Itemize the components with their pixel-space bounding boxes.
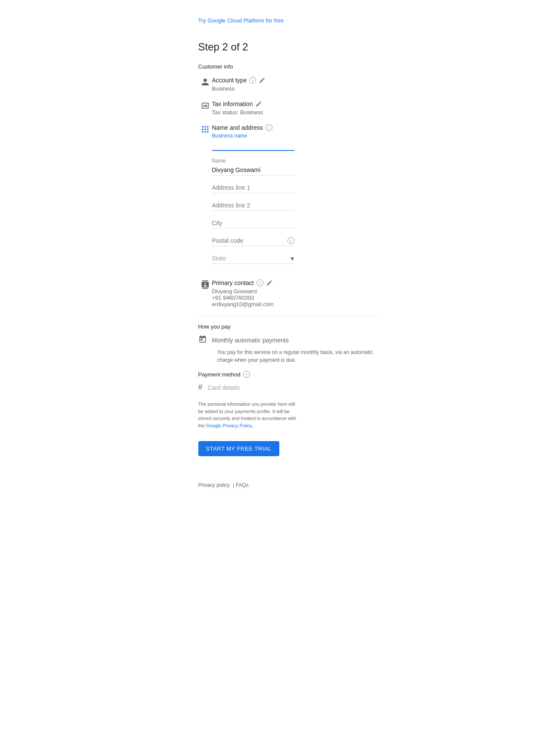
account-type-info-icon[interactable]: i <box>249 77 256 84</box>
account-type-label: Account type <box>212 77 247 84</box>
business-name-field: Business name <box>212 133 379 151</box>
start-trial-button[interactable]: START MY FREE TRIAL <box>198 441 279 456</box>
account-type-value: Business <box>212 85 379 92</box>
tax-information-value: Tax status: Business <box>212 109 379 116</box>
primary-contact-info-icon[interactable]: i <box>257 279 263 286</box>
card-details-row: # Card details <box>198 383 379 392</box>
name-and-address-header: Name and address i <box>212 124 379 131</box>
step-title: Step 2 of 2 <box>198 41 379 53</box>
payment-method-title: Monthly automatic payments <box>212 337 289 344</box>
privacy-note: The personal information you provide her… <box>198 401 297 429</box>
primary-contact-edit-button[interactable] <box>266 279 273 286</box>
primary-contact-phone: +91 9460780393 <box>212 295 379 301</box>
payment-method-row: Monthly automatic payments <box>198 335 379 345</box>
google-privacy-policy-link[interactable]: Google Privacy Policy <box>206 423 252 428</box>
footer-links: Privacy policy | FAQs <box>198 482 379 488</box>
primary-contact-label: Primary contact <box>212 279 254 286</box>
tax-information-label: Tax information <box>212 100 253 107</box>
tax-information-row: Tax information Tax status: Business <box>198 100 379 116</box>
primary-contact-icon <box>198 280 212 289</box>
card-details-placeholder: Card details <box>208 384 240 391</box>
state-dropdown-arrow-icon: ▾ <box>291 254 294 263</box>
postal-code-row: i <box>212 235 294 246</box>
tax-information-content: Tax information Tax status: Business <box>212 100 379 116</box>
payment-method-desc: You pay for this service on a regular mo… <box>217 348 379 364</box>
address-line1-input[interactable] <box>212 182 294 193</box>
primary-contact-header: Primary contact i <box>212 279 379 286</box>
address-line2-input[interactable] <box>212 200 294 211</box>
footer-separator: | <box>233 482 234 488</box>
payment-method-section: Payment method i # Card details <box>198 371 379 392</box>
payment-method-section-title: Payment method i <box>198 371 379 378</box>
business-name-input[interactable] <box>212 140 294 151</box>
account-type-row: Account type i Business <box>198 77 379 92</box>
state-select[interactable]: State <box>212 253 291 263</box>
hash-icon: # <box>198 383 203 392</box>
top-link[interactable]: Try Google Cloud Platform for free <box>198 17 379 24</box>
name-field-value: Divyang Goswami <box>212 165 294 175</box>
account-type-icon <box>198 78 212 86</box>
primary-contact-row: Primary contact i Divyang Goswami +91 94… <box>198 279 379 307</box>
primary-contact-name: Divyang Goswami <box>212 288 379 295</box>
name-and-address-content: Name and address i Business name Name Di… <box>212 124 379 271</box>
tax-information-header: Tax information <box>212 100 379 107</box>
account-type-content: Account type i Business <box>212 77 379 92</box>
how-you-pay-label: How you pay <box>198 323 379 330</box>
city-input[interactable] <box>212 218 294 229</box>
business-name-label: Business name <box>212 133 379 139</box>
customer-info-label: Customer info <box>198 63 379 70</box>
name-and-address-row: Name and address i Business name Name Di… <box>198 124 379 271</box>
state-row: State ▾ <box>212 253 294 264</box>
name-field-label: Name <box>212 158 379 164</box>
postal-code-info-icon[interactable]: i <box>288 237 294 244</box>
name-and-address-info-icon[interactable]: i <box>266 124 272 131</box>
payment-calendar-icon <box>198 335 207 345</box>
faqs-link[interactable]: FAQs <box>236 482 249 488</box>
account-type-header: Account type i <box>212 77 379 84</box>
primary-contact-email: erdivyang10@gmail.com <box>212 301 379 307</box>
section-divider <box>198 316 379 316</box>
privacy-policy-link[interactable]: Privacy policy <box>198 482 230 488</box>
account-type-edit-button[interactable] <box>259 77 266 84</box>
payment-method-info-icon[interactable]: i <box>243 371 250 378</box>
name-field-group: Name Divyang Goswami <box>212 158 379 175</box>
postal-code-input[interactable] <box>212 235 288 246</box>
tax-information-icon <box>198 101 212 110</box>
primary-contact-content: Primary contact i Divyang Goswami +91 94… <box>212 279 379 307</box>
page-container: Try Google Cloud Platform for free Step … <box>172 0 388 514</box>
privacy-note-text-after: . <box>252 423 253 428</box>
name-and-address-icon <box>198 125 212 134</box>
tax-information-edit-button[interactable] <box>255 100 262 107</box>
name-and-address-label: Name and address <box>212 124 263 131</box>
